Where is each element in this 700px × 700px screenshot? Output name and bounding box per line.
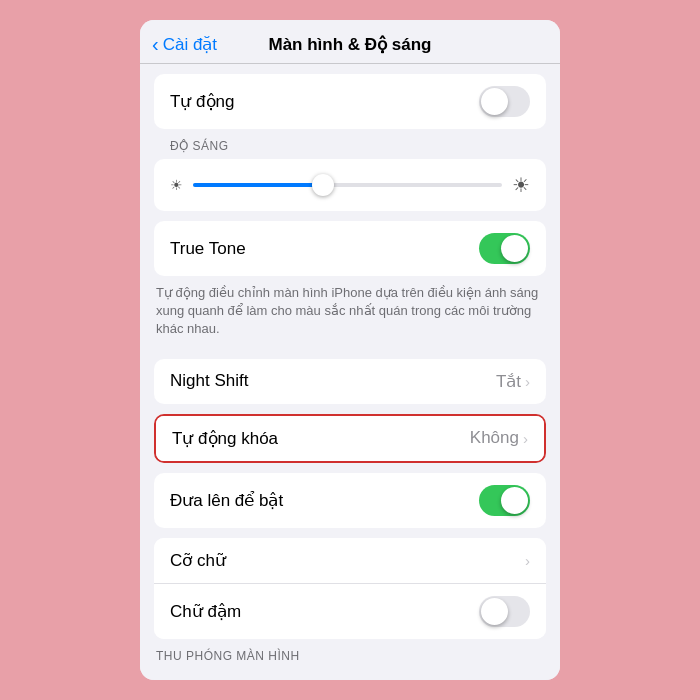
font-group: Cỡ chữ › Chữ đậm	[154, 538, 546, 639]
chevron-right-icon-2: ›	[523, 430, 528, 447]
auto-lock-row[interactable]: Tự động khóa Không ›	[156, 416, 544, 461]
settings-content: Tự động ĐỘ SÁNG ☀ ☀	[140, 64, 560, 680]
slider-fill	[193, 183, 323, 187]
navigation-header: ‹ Cài đặt Màn hình & Độ sáng	[140, 20, 560, 64]
bold-text-toggle[interactable]	[479, 596, 530, 627]
bold-text-row: Chữ đậm	[154, 584, 546, 639]
chevron-right-icon: ›	[525, 373, 530, 390]
auto-lock-group: Tự động khóa Không ›	[154, 414, 546, 463]
raise-group: Đưa lên để bật	[154, 473, 546, 528]
brightness-slider[interactable]	[193, 183, 502, 187]
bottom-section-label: THU PHÓNG MÀN HÌNH	[140, 639, 560, 667]
auto-lock-label: Tự động khóa	[172, 428, 278, 449]
sun-small-icon: ☀	[170, 177, 183, 193]
toggle-knob-4	[481, 598, 508, 625]
true-tone-label: True Tone	[170, 239, 246, 259]
back-label: Cài đặt	[163, 34, 217, 55]
true-tone-group: True Tone	[154, 221, 546, 276]
toggle-knob-2	[501, 235, 528, 262]
auto-brightness-label: Tự động	[170, 91, 234, 112]
auto-brightness-toggle[interactable]	[479, 86, 530, 117]
night-shift-value: Tắt	[496, 371, 521, 392]
raise-to-wake-row: Đưa lên để bật	[154, 473, 546, 528]
slider-thumb[interactable]	[312, 174, 334, 196]
chevron-left-icon: ‹	[152, 33, 159, 56]
night-shift-label: Night Shift	[170, 371, 248, 391]
phone-screen: ‹ Cài đặt Màn hình & Độ sáng Tự động ĐỘ …	[140, 20, 560, 680]
auto-brightness-group: Tự động	[154, 74, 546, 129]
page-title: Màn hình & Độ sáng	[269, 34, 432, 55]
bold-text-label: Chữ đậm	[170, 601, 241, 622]
auto-lock-value: Không	[470, 428, 519, 448]
chevron-right-icon-3: ›	[525, 552, 530, 569]
font-size-right: ›	[525, 552, 530, 569]
back-button[interactable]: ‹ Cài đặt	[152, 33, 217, 56]
auto-lock-value-area: Không ›	[470, 428, 528, 448]
font-size-label: Cỡ chữ	[170, 550, 226, 571]
brightness-section: ĐỘ SÁNG ☀ ☀	[140, 129, 560, 211]
night-shift-row[interactable]: Night Shift Tắt ›	[154, 359, 546, 404]
sun-large-icon: ☀	[512, 173, 530, 197]
night-shift-group: Night Shift Tắt ›	[154, 359, 546, 404]
brightness-section-label: ĐỘ SÁNG	[154, 139, 546, 159]
auto-brightness-row: Tự động	[154, 74, 546, 129]
raise-to-wake-toggle[interactable]	[479, 485, 530, 516]
brightness-group: ☀ ☀	[154, 159, 546, 211]
brightness-slider-row: ☀ ☀	[170, 173, 530, 197]
true-tone-row: True Tone	[154, 221, 546, 276]
true-tone-description: Tự động điều chỉnh màn hình iPhone dựa t…	[140, 276, 560, 349]
raise-to-wake-label: Đưa lên để bật	[170, 490, 283, 511]
font-size-row[interactable]: Cỡ chữ ›	[154, 538, 546, 584]
toggle-knob-3	[501, 487, 528, 514]
true-tone-toggle[interactable]	[479, 233, 530, 264]
toggle-knob	[481, 88, 508, 115]
night-shift-value-area: Tắt ›	[496, 371, 530, 392]
